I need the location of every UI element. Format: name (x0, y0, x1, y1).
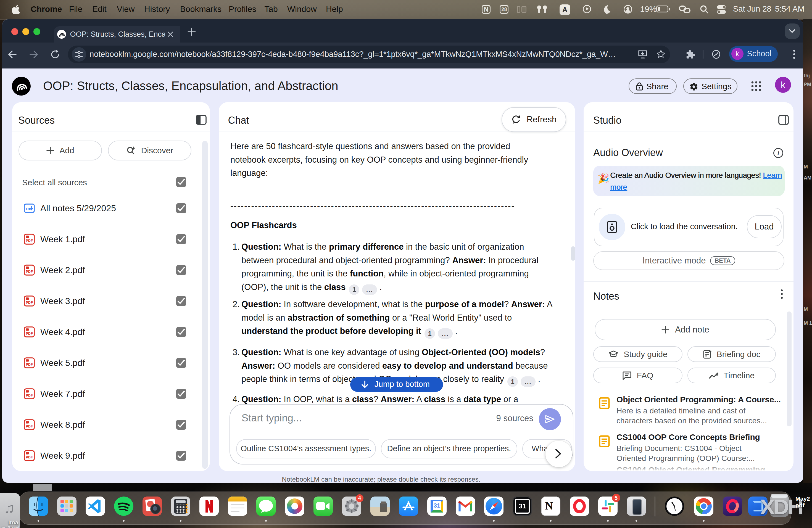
svg-text:PDF: PDF (26, 363, 33, 366)
svg-text:PDF: PDF (26, 239, 33, 243)
svg-text:PDF: PDF (26, 394, 33, 397)
svg-text:PDF: PDF (26, 332, 33, 336)
svg-text:PDF: PDF (26, 301, 33, 305)
svg-text:m: m (26, 206, 30, 211)
svg-text:PDF: PDF (26, 455, 33, 459)
svg-text:PDF: PDF (26, 424, 33, 428)
svg-text:PDF: PDF (26, 270, 33, 274)
